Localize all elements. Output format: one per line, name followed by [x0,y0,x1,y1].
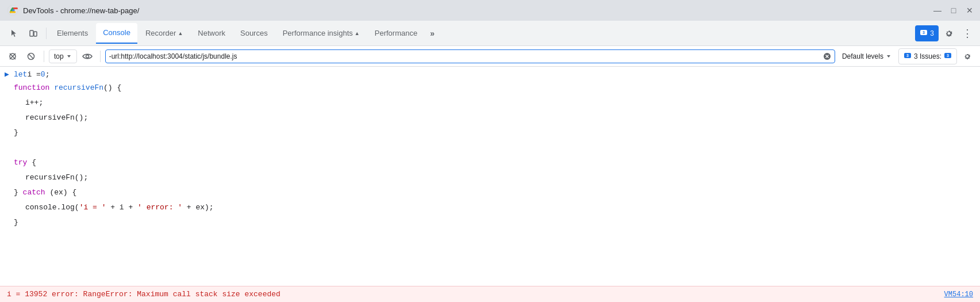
code-line-fn-def: function recursiveFn() { [0,81,980,95]
code-line-catch-close: } [0,215,980,230]
block-icon [26,52,36,61]
code-recursive-call: recursiveFn(); [25,113,88,122]
tab-bar-divider [46,28,47,39]
clear-filter-button[interactable] [823,52,831,60]
eye-icon [82,51,93,62]
title-bar-controls: — □ ✕ [934,7,973,14]
svg-text:3: 3 [947,53,949,58]
code-let-semi: ; [45,70,50,80]
levels-chevron-icon [886,53,891,59]
settings-button[interactable] [941,25,957,41]
minimize-button[interactable]: — [934,7,941,14]
cursor-icon [9,29,18,38]
clear-console-button[interactable] [5,48,21,64]
console-gear-icon [963,52,972,61]
code-str-2: ' error: ' [137,203,182,212]
tab-console[interactable]: Console [96,23,137,44]
chevron-down-icon [66,53,72,59]
console-content: ▶ let i = 0; function recursiveFn() { i+… [0,67,980,286]
tab-performance-insights[interactable]: Performance insights ▲ [276,23,367,44]
gear-icon [944,28,954,39]
recorder-triangle-icon: ▲ [178,30,183,36]
device-toolbar-button[interactable] [24,23,43,44]
default-levels-dropdown[interactable]: Default levels [837,49,896,63]
code-line-consolelog: console.log('i = ' + i + ' error: ' + ex… [0,200,980,215]
code-let-zero: 0 [41,70,45,80]
performance-insights-triangle-icon: ▲ [355,30,360,36]
toolbar-divider-1 [44,51,44,62]
svg-rect-3 [34,32,37,36]
live-expressions-button[interactable] [79,48,95,64]
issues-badge-button[interactable]: 3 3 [915,25,939,41]
code-let-content: i = [27,70,40,80]
tab-sources[interactable]: Sources [233,23,275,44]
kw-function: function [14,83,54,92]
code-increment: i++; [25,98,43,107]
issues-button[interactable]: 3 3 Issues: 3 [898,48,957,64]
device-icon [29,29,38,38]
filter-input-wrapper [105,49,835,63]
context-selector[interactable]: top [49,49,77,63]
maximize-button[interactable]: □ [950,7,957,14]
code-line-try-call: recursiveFn(); [0,170,980,185]
console-settings-button[interactable] [959,48,975,64]
error-source-link[interactable]: VM54:10 [944,290,973,299]
catch-close-brace: } [14,188,23,197]
inspect-element-button[interactable] [5,23,23,44]
window-title: DevTools - chrome://new-tab-page/ [23,6,139,15]
fn-parens: () { [103,83,121,92]
code-blank-line [0,140,980,155]
clear-console-icon [8,52,17,61]
chrome-logo-icon [7,5,18,16]
tab-network[interactable]: Network [191,23,232,44]
catch-paren: (ex) { [45,188,77,197]
code-close-brace-1: } [14,128,18,137]
fn-name: recursiveFn [54,83,103,92]
close-icon [823,52,831,60]
code-let-keyword: let [14,70,27,80]
tab-bar: Elements Console Recorder ▲ Network Sour… [0,21,980,46]
code-plus-2: + ex); [182,203,214,212]
issues-badge-icon: 3 [944,52,952,60]
svg-text:3: 3 [923,30,925,35]
toolbar-divider-2 [100,51,101,62]
code-line-try: try { [0,155,980,170]
console-toolbar: top Default l [0,46,980,67]
code-console-log-start: console.log( [25,203,79,212]
block-network-button[interactable] [23,48,39,64]
tab-recorder[interactable]: Recorder ▲ [139,23,190,44]
filter-input[interactable] [109,52,821,60]
more-options-button[interactable]: ⋮ [959,25,975,41]
issues-chat-icon: 3 [904,52,912,60]
more-tabs-button[interactable]: » [425,23,439,44]
svg-point-9 [86,55,89,58]
tab-performance[interactable]: Performance [368,23,424,44]
code-line-increment: i++; [0,95,980,110]
tab-elements[interactable]: Elements [50,23,95,44]
svg-text:3: 3 [906,53,909,58]
code-line-catch: } catch (ex) { [0,185,980,200]
error-message: i = 13952 error: RangeError: Maximum cal… [7,290,280,299]
code-try-call: recursiveFn(); [25,173,88,182]
close-button[interactable]: ✕ [966,7,973,14]
code-plus-1: + i + [106,203,137,212]
title-bar-left: DevTools - chrome://new-tab-page/ [7,5,139,16]
code-line-recursive-call: recursiveFn(); [0,110,980,125]
svg-rect-2 [30,30,33,36]
console-prompt: ▶ [5,70,9,80]
tab-bar-right: 3 3 ⋮ [915,25,975,41]
error-bar: i = 13952 error: RangeError: Maximum cal… [0,286,980,302]
code-close-brace-2: } [14,218,18,227]
code-line-fn-close: } [0,125,980,140]
devtools-window: DevTools - chrome://new-tab-page/ — □ ✕ … [0,0,980,302]
try-brace: { [27,158,36,167]
console-input-line: ▶ let i = 0; [0,69,980,81]
code-str-1: 'i = ' [79,203,106,212]
kw-try: try [14,158,27,167]
svg-line-8 [29,54,33,59]
kw-catch: catch [23,188,45,197]
title-bar: DevTools - chrome://new-tab-page/ — □ ✕ [0,0,980,21]
chat-icon: 3 [920,29,928,37]
